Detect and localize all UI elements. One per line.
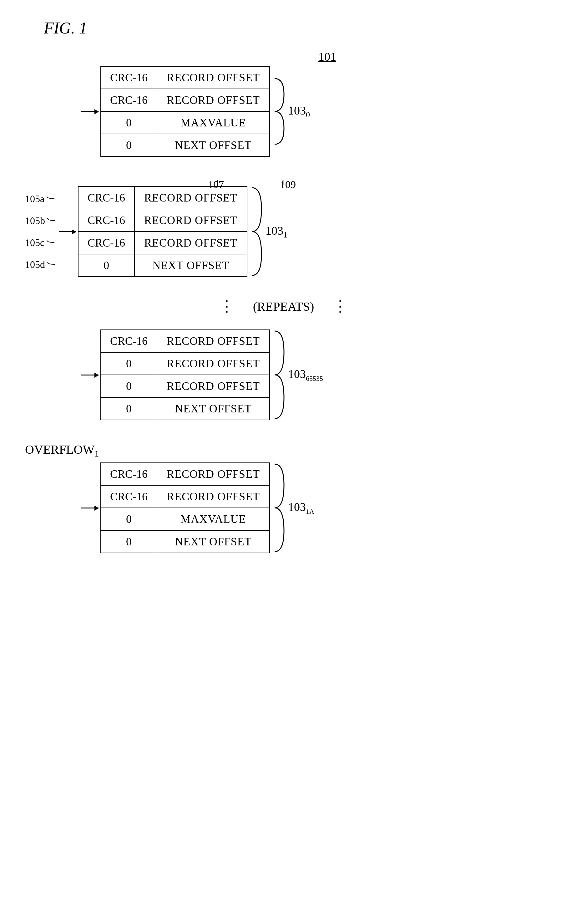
table-0: CRC-16RECORD OFFSETCRC-16RECORD OFFSET0M… bbox=[100, 66, 270, 157]
table-cell-right: RECORD OFFSET bbox=[135, 209, 247, 231]
table-cell-right: NEXT OFFSET bbox=[157, 134, 270, 156]
label-103-65535: 10365535 bbox=[288, 367, 323, 383]
table-cell-left: CRC-16 bbox=[78, 186, 135, 209]
table-cell-right: RECORD OFFSET bbox=[135, 186, 247, 209]
table-cell-left: 0 bbox=[101, 508, 157, 530]
side-labels: 105a 105b 105c 105d bbox=[25, 188, 56, 275]
dots-right: ⋮ bbox=[333, 299, 348, 314]
table-cell-left: CRC-16 bbox=[101, 89, 157, 111]
arrow-3 bbox=[81, 508, 99, 508]
label-105a: 105a bbox=[25, 188, 56, 210]
table-1: CRC-16RECORD OFFSETCRC-16RECORD OFFSETCR… bbox=[78, 186, 248, 277]
table-cell-left: 0 bbox=[101, 134, 157, 156]
arrow-0 bbox=[81, 111, 99, 112]
arrow-1 bbox=[59, 231, 76, 232]
arrow-2 bbox=[81, 374, 99, 376]
dots-left: ⋮ bbox=[219, 299, 234, 314]
table-cell-right: RECORD OFFSET bbox=[157, 89, 270, 111]
label-103-0: 1030 bbox=[288, 104, 310, 120]
table-cell-left: CRC-16 bbox=[101, 66, 157, 89]
table-3: CRC-16RECORD OFFSETCRC-16RECORD OFFSET0M… bbox=[100, 463, 270, 553]
section-1: 107 109 bbox=[25, 179, 542, 277]
table-cell-left: CRC-16 bbox=[101, 485, 157, 508]
table-cell-left: 0 bbox=[101, 375, 157, 397]
label-105c: 105c bbox=[25, 231, 56, 254]
table-cell-right: RECORD OFFSET bbox=[157, 352, 270, 375]
table-cell-right: RECORD OFFSET bbox=[157, 463, 270, 485]
label-105b: 105b bbox=[25, 210, 56, 231]
table-2: CRC-16RECORD OFFSET0RECORD OFFSET0RECORD… bbox=[100, 329, 270, 420]
table-cell-right: NEXT OFFSET bbox=[157, 397, 270, 420]
table-cell-right: RECORD OFFSET bbox=[157, 375, 270, 397]
table-cell-right: RECORD OFFSET bbox=[157, 66, 270, 89]
table-cell-right: NEXT OFFSET bbox=[157, 530, 270, 553]
table-cell-right: RECORD OFFSET bbox=[157, 330, 270, 352]
brace-2: 10365535 bbox=[273, 329, 323, 420]
table-cell-left: CRC-16 bbox=[101, 330, 157, 352]
table-cell-left: 0 bbox=[101, 397, 157, 420]
table-cell-left: 0 bbox=[101, 352, 157, 375]
section-2: CRC-16RECORD OFFSET0RECORD OFFSET0RECORD… bbox=[25, 329, 542, 420]
label-103-1A: 1031A bbox=[288, 500, 314, 516]
label-105d: 105d bbox=[25, 254, 56, 275]
table-cell-right: MAXVALUE bbox=[157, 111, 270, 134]
table-cell-right: NEXT OFFSET bbox=[135, 254, 247, 276]
table-cell-left: CRC-16 bbox=[101, 463, 157, 485]
table-cell-right: RECORD OFFSET bbox=[135, 231, 247, 254]
table-cell-right: MAXVALUE bbox=[157, 508, 270, 530]
label-101: 101 bbox=[318, 50, 336, 63]
repeats-label: (REPEATS) bbox=[253, 299, 314, 314]
section-overflow: OVERFLOW1 CRC-16RECORD OFFSETCRC-16RECOR… bbox=[25, 442, 542, 553]
brace-3: 1031A bbox=[273, 463, 314, 553]
brace-1: 1031 bbox=[250, 186, 287, 277]
label-103-1: 1031 bbox=[266, 224, 287, 240]
table-cell-left: 0 bbox=[78, 254, 135, 276]
overflow-label: OVERFLOW1 bbox=[25, 442, 99, 459]
repeats-section: ⋮ (REPEATS) ⋮ bbox=[25, 299, 542, 314]
brace-0: 1030 bbox=[273, 77, 310, 146]
fig-title: FIG. 1 bbox=[44, 19, 542, 37]
table-cell-left: CRC-16 bbox=[78, 231, 135, 254]
section-0: 101 CRC-16RECORD OFFSETCRC-16RECORD OFFS… bbox=[25, 50, 542, 157]
label-107: 107 bbox=[208, 179, 224, 191]
table-cell-left: 0 bbox=[101, 111, 157, 134]
table-cell-left: CRC-16 bbox=[78, 209, 135, 231]
table-cell-left: 0 bbox=[101, 530, 157, 553]
table-cell-right: RECORD OFFSET bbox=[157, 485, 270, 508]
page: FIG. 1 101 CRC-16RECORD OFFSETCRC-16RECO… bbox=[0, 0, 567, 924]
